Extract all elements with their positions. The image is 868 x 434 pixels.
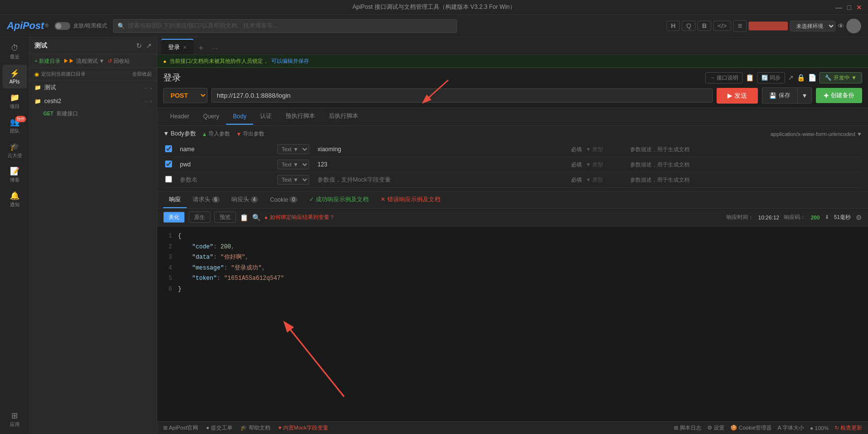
param-empty-desc[interactable] xyxy=(630,177,859,183)
avatar[interactable] xyxy=(846,19,861,33)
param-pwd-field[interactable] xyxy=(180,161,272,168)
param-name-type-select[interactable]: Text ▼ xyxy=(277,144,309,154)
preview-button[interactable]: 预览 xyxy=(214,212,236,223)
q-button[interactable]: Q xyxy=(682,21,695,31)
tab-menu-button[interactable]: ··· xyxy=(208,42,221,54)
copy-toolbar-button[interactable]: 📋 xyxy=(746,74,754,81)
param-pwd-type-select[interactable]: Text ▼ xyxy=(277,160,309,169)
resp-settings-button[interactable]: ⚙ xyxy=(856,214,862,221)
theme-toggle[interactable]: 皮肤/暗黑模式 xyxy=(55,22,107,30)
tab-pre-script[interactable]: 预执行脚本 xyxy=(279,108,322,125)
bottom-settings-link[interactable]: ⚙ 设置 xyxy=(707,424,724,432)
search-response-button[interactable]: 🔍 xyxy=(252,214,260,221)
resp-tab-error-doc[interactable]: ✕ 错误响应示例及文档 xyxy=(375,192,446,208)
resp-tab-request-headers[interactable]: 请求头 6 xyxy=(187,192,226,208)
dev-mode-button[interactable]: 🔧 开发中 ▼ xyxy=(819,72,862,83)
save-dropdown-button[interactable]: ▼ xyxy=(797,87,812,104)
h-button[interactable]: H xyxy=(666,21,680,31)
test-more-btn[interactable]: ··· xyxy=(144,85,148,91)
env-select[interactable]: 未选择环境 xyxy=(790,21,836,31)
param-name-field[interactable] xyxy=(180,146,272,153)
import-params-button[interactable]: ▲ 导入参数 xyxy=(202,130,231,137)
share-button[interactable]: ↗ xyxy=(146,42,152,50)
tab-post-script[interactable]: 后执行脚本 xyxy=(322,108,365,125)
minimize-button[interactable]: — xyxy=(836,3,842,11)
tab-close-icon[interactable]: ✕ xyxy=(183,45,187,50)
method-select[interactable]: POST xyxy=(163,88,207,103)
tab-body[interactable]: Body xyxy=(226,109,253,125)
sidebar-item-team[interactable]: 👥 团队 协作 xyxy=(2,114,27,137)
ceshi2-more-btn[interactable]: ··· xyxy=(144,98,148,104)
resp-tab-success-doc[interactable]: ✓ 成功响应示例及文档 xyxy=(303,192,375,208)
export-params-button[interactable]: ▼ 导出参数 xyxy=(236,130,264,137)
code-button[interactable]: </> xyxy=(713,21,731,31)
share-toolbar-button[interactable]: ↗ xyxy=(788,74,794,81)
toggle-switch[interactable] xyxy=(55,22,70,30)
bottom-docs-link[interactable]: 🎓 帮助文档 xyxy=(240,424,270,432)
param-empty-value[interactable] xyxy=(318,176,565,183)
param-pwd-desc[interactable] xyxy=(630,162,859,167)
param-empty-type-select[interactable]: Text ▼ xyxy=(277,175,309,185)
bind-variable-link[interactable]: ● 如何绑定响应结果到变量？ xyxy=(264,214,335,221)
tab-add-button[interactable]: + xyxy=(195,42,207,54)
copy-response-button[interactable]: 📋 xyxy=(240,214,248,221)
tab-auth[interactable]: 认证 xyxy=(253,108,279,125)
save-button[interactable]: 💾 保存 xyxy=(762,87,797,104)
tree-item-ceshi2[interactable]: 📁 ceshi2 ··· › xyxy=(29,95,157,108)
param-empty-checkbox[interactable] xyxy=(165,176,172,183)
resp-tab-response[interactable]: 响应 xyxy=(163,192,187,208)
resp-tab-response-headers[interactable]: 响应头 4 xyxy=(226,192,264,208)
menu-button[interactable]: ≡ xyxy=(733,20,747,32)
bottom-percent[interactable]: ● 100% xyxy=(810,425,829,431)
sub-item-get[interactable]: GET 新建接口 xyxy=(29,108,157,120)
content-type-label[interactable]: application/x-www-form-urlencoded ▼ xyxy=(771,131,862,137)
send-button[interactable]: ▶ 发送 xyxy=(717,88,758,104)
info-link[interactable]: 可以编辑并保存 xyxy=(271,57,309,65)
doc-toolbar-button[interactable]: 📄 xyxy=(808,74,816,81)
sync-button[interactable]: 🔄 同步 xyxy=(757,72,785,83)
api-doc-button[interactable]: → 接口说明 xyxy=(705,72,743,83)
sidebar-item-recent[interactable]: ⏱ 最近 xyxy=(2,40,27,64)
sidebar-item-project[interactable]: 📁 项目 xyxy=(2,89,27,113)
tree-item-test[interactable]: 📁 测试 ··· › xyxy=(29,81,157,95)
sidebar-item-blog[interactable]: 📝 博客 xyxy=(2,163,27,187)
tab-query[interactable]: Query xyxy=(196,109,226,125)
back-button[interactable]: ↺ 回收站 xyxy=(108,57,130,65)
eye-button[interactable]: 👁 xyxy=(838,22,844,30)
raw-button[interactable]: 原生 xyxy=(189,212,210,223)
sidebar-item-apps[interactable]: ⊞ 应用 xyxy=(2,407,27,431)
bottom-cookie-link[interactable]: 🍪 Cookie管理器 xyxy=(730,424,772,432)
sidebar-item-cloud[interactable]: 🎓 云大使 xyxy=(2,138,27,162)
new-dir-button[interactable]: + 新建目录 xyxy=(34,57,60,65)
bottom-script-log[interactable]: ⊞ 脚本日志 xyxy=(674,424,701,432)
lock-toolbar-button[interactable]: 🔒 xyxy=(797,74,805,81)
close-button[interactable]: ✕ xyxy=(856,3,862,11)
tab-header[interactable]: Header xyxy=(163,109,196,125)
param-name-desc[interactable] xyxy=(630,146,859,152)
search-bar[interactable]: 🔍 搜索当前团队下的项目/接口/以及帮助文档、技术博客等... xyxy=(113,19,457,33)
bottom-update-link[interactable]: ↻ 检查更新 xyxy=(835,424,862,432)
param-name-checkbox[interactable] xyxy=(165,145,172,152)
expand-label[interactable]: 全部收起 xyxy=(132,71,152,78)
bottom-website-link[interactable]: ⊞ ApiPost官网 xyxy=(163,424,198,432)
process-test-button[interactable]: ▶▶ 流程测试 ▼ xyxy=(63,57,104,65)
param-pwd-checkbox[interactable] xyxy=(165,161,172,167)
create-backup-button[interactable]: ✚ 创建备份 xyxy=(816,88,862,103)
bottom-font-link[interactable]: A 字体大小 xyxy=(778,424,804,432)
tab-login[interactable]: 登录 ✕ xyxy=(161,39,194,54)
bottom-ticket-link[interactable]: ● 提交工单 xyxy=(206,424,232,432)
test-expand-btn[interactable]: › xyxy=(150,85,152,91)
param-pwd-value[interactable] xyxy=(318,161,565,168)
beautify-button[interactable]: 美化 xyxy=(163,212,185,223)
b-button[interactable]: B xyxy=(697,21,711,31)
url-input[interactable] xyxy=(211,88,713,103)
sidebar-item-notify[interactable]: 🔔 通知 xyxy=(2,188,27,211)
param-empty-field[interactable] xyxy=(180,176,272,183)
maximize-button[interactable]: □ xyxy=(847,3,851,11)
param-name-value[interactable] xyxy=(318,146,565,153)
locate-label[interactable]: 定位到当前接口目录 xyxy=(41,71,86,78)
sidebar-item-apis[interactable]: ⚡ APIs xyxy=(2,65,27,88)
resp-tab-cookie[interactable]: Cookie 0 xyxy=(264,193,303,208)
bottom-mock-link[interactable]: ♥ 内置Mock字段变量 xyxy=(278,424,328,432)
refresh-button[interactable]: ↻ xyxy=(136,42,142,50)
